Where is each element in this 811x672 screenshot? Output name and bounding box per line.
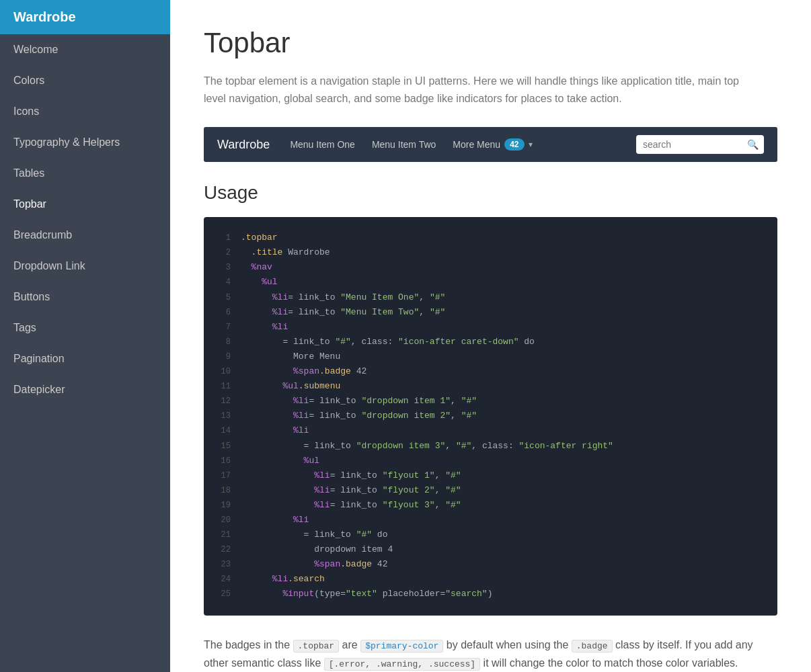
line-number: 7 <box>210 321 231 334</box>
code-token: .topbar <box>241 233 278 243</box>
code-token: , <box>419 292 430 302</box>
line-number: 10 <box>210 365 231 378</box>
code-line: 16 %ul <box>210 454 771 468</box>
line-number: 12 <box>210 394 231 408</box>
inline-code-topbar: .topbar <box>293 640 340 653</box>
sidebar-item-pagination[interactable]: Pagination <box>0 343 170 374</box>
sidebar-item-tables[interactable]: Tables <box>0 158 170 189</box>
code-token: = link_to <box>309 396 361 406</box>
code-token: %li <box>241 307 288 317</box>
code-token: "icon-after right" <box>519 441 613 451</box>
code-token: = link_to <box>309 411 361 421</box>
demo-nav-item-two[interactable]: Menu Item Two <box>372 139 436 150</box>
code-token: "search" <box>445 589 487 599</box>
code-token: , <box>451 396 461 406</box>
code-line: 10 %span.badge 42 <box>210 364 771 379</box>
demo-topbar-nav: Menu Item One Menu Item Two More Menu 42… <box>290 138 636 151</box>
code-token: do <box>519 337 535 347</box>
sidebar-brand[interactable]: Wardrobe <box>0 0 170 34</box>
code-token: %span <box>241 559 340 569</box>
code-token: %li <box>241 574 288 584</box>
code-token: 42 <box>372 559 387 569</box>
chevron-down-icon: ▾ <box>529 140 533 149</box>
code-token: .search <box>288 574 325 584</box>
code-token: "text" <box>346 589 377 599</box>
code-token: = link_to <box>241 441 356 451</box>
line-number: 22 <box>210 543 231 556</box>
page-title: Topbar <box>204 27 777 59</box>
line-number: 6 <box>210 306 231 319</box>
code-token: %nav <box>241 262 272 272</box>
demo-badge: 42 <box>504 138 524 151</box>
code-token: %span <box>241 366 319 376</box>
sidebar-item-colors[interactable]: Colors <box>0 65 170 96</box>
code-line: 2 .title Wardrobe <box>210 245 771 260</box>
demo-topbar: Wardrobe Menu Item One Menu Item Two Mor… <box>204 127 777 162</box>
code-line: 3 %nav <box>210 260 771 275</box>
code-token: do <box>372 530 387 540</box>
inline-code-semantic: [.error, .warning, .success] <box>324 658 480 671</box>
usage-heading: Usage <box>204 182 777 204</box>
inline-code-primary: $primary-color <box>360 640 443 653</box>
sidebar-item-welcome[interactable]: Welcome <box>0 34 170 65</box>
sidebar-item-datepicker[interactable]: Datepicker <box>0 374 170 405</box>
code-token: "#" <box>445 470 461 480</box>
code-token: "#" <box>445 500 461 510</box>
code-line: 19 %li= link_to "flyout 3", "#" <box>210 498 771 513</box>
demo-topbar-title: Wardrobe <box>217 138 270 152</box>
sidebar-item-dropdown-link[interactable]: Dropdown Link <box>0 251 170 282</box>
page-description: The topbar element is a navigation stapl… <box>204 73 755 107</box>
demo-search-wrap: 🔍 <box>636 135 764 154</box>
demo-more-menu[interactable]: More Menu 42 ▾ <box>453 138 532 151</box>
code-token: "Menu Item One" <box>340 292 419 302</box>
line-number: 8 <box>210 335 231 349</box>
code-token: , <box>451 411 461 421</box>
sidebar: Wardrobe WelcomeColorsIconsTypography & … <box>0 0 170 672</box>
main-content: Topbar The topbar element is a navigatio… <box>170 0 811 672</box>
code-token: , <box>419 307 430 317</box>
code-line: 13 %li= link_to "dropdown item 2", "#" <box>210 409 771 423</box>
code-token: %li <box>241 411 309 421</box>
line-number: 5 <box>210 291 231 304</box>
code-token: = link_to <box>241 337 335 347</box>
code-token: , <box>435 485 446 495</box>
sidebar-item-topbar[interactable]: Topbar <box>0 189 170 220</box>
code-token: %ul <box>241 456 319 466</box>
code-line: 18 %li= link_to "flyout 2", "#" <box>210 483 771 498</box>
code-token: = link_to <box>241 530 356 540</box>
code-token: "#" <box>430 292 445 302</box>
line-number: 3 <box>210 261 231 274</box>
sidebar-item-icons[interactable]: Icons <box>0 96 170 127</box>
line-number: 17 <box>210 469 231 482</box>
code-token: "#" <box>430 307 445 317</box>
sidebar-item-buttons[interactable]: Buttons <box>0 282 170 312</box>
inline-code-badge: .badge <box>572 640 613 653</box>
code-token: More Menu <box>241 351 340 362</box>
sidebar-item-breadcrumb[interactable]: Breadcrumb <box>0 220 170 251</box>
code-token: = link_to <box>330 485 383 495</box>
code-token: %li <box>241 425 309 435</box>
code-block: 1.topbar2 .title Wardrobe3 %nav4 %ul5 %l… <box>204 217 777 615</box>
code-line: 21 = link_to "#" do <box>210 528 771 542</box>
code-token: ) <box>488 589 493 599</box>
code-line: 6 %li= link_to "Menu Item Two", "#" <box>210 305 771 320</box>
demo-search-input[interactable] <box>636 135 764 154</box>
code-token: "#" <box>335 337 350 347</box>
sidebar-nav: WelcomeColorsIconsTypography & HelpersTa… <box>0 34 170 405</box>
code-token: %ul <box>241 277 278 287</box>
line-number: 9 <box>210 350 231 364</box>
code-token: "#" <box>456 441 471 451</box>
code-token: Wardrobe <box>288 247 330 257</box>
code-token: .submenu <box>299 381 340 391</box>
sidebar-item-typography---helpers[interactable]: Typography & Helpers <box>0 127 170 158</box>
line-number: 14 <box>210 424 231 437</box>
code-line: 22 dropdown item 4 <box>210 542 771 557</box>
code-token: %li <box>241 396 309 406</box>
code-token: %li <box>241 500 330 510</box>
code-line: 11 %ul.submenu <box>210 379 771 394</box>
sidebar-item-tags[interactable]: Tags <box>0 312 170 343</box>
code-token: , class: <box>471 441 518 451</box>
code-token: "icon-after caret-down" <box>398 337 518 347</box>
demo-nav-item-one[interactable]: Menu Item One <box>290 139 355 150</box>
code-token: .badge <box>340 559 372 569</box>
